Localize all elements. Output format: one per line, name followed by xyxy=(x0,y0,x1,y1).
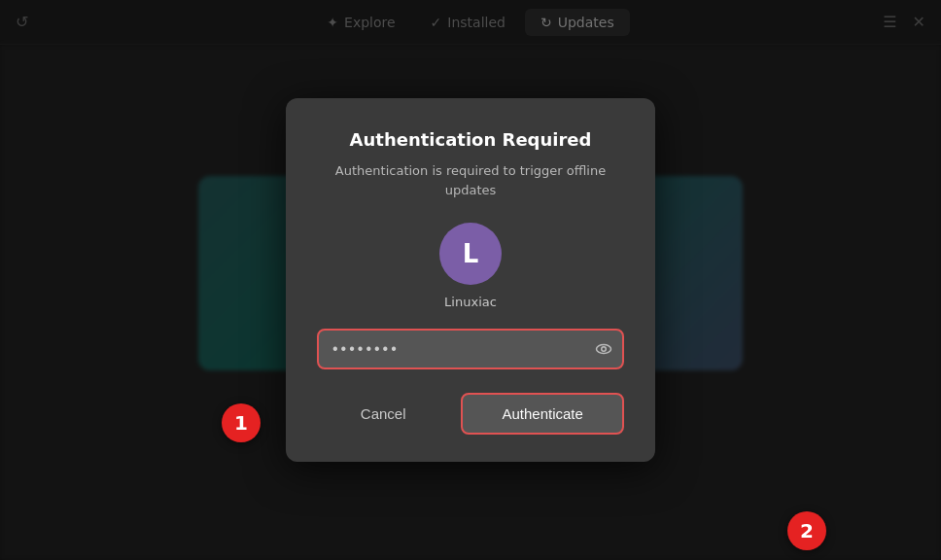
username-label: Linuxiac xyxy=(444,295,497,309)
cancel-button[interactable]: Cancel xyxy=(317,393,449,435)
password-field-wrap xyxy=(317,329,624,369)
authenticate-button[interactable]: Authenticate xyxy=(461,393,624,435)
password-input[interactable] xyxy=(317,329,624,369)
dialog-title: Authentication Required xyxy=(350,129,592,150)
svg-point-1 xyxy=(602,347,607,352)
dialog-subtitle: Authentication is required to trigger of… xyxy=(317,161,624,199)
modal-overlay: Authentication Required Authentication i… xyxy=(0,0,941,560)
show-password-icon[interactable] xyxy=(595,340,612,358)
auth-dialog: Authentication Required Authentication i… xyxy=(286,98,655,462)
avatar: L xyxy=(439,223,502,285)
svg-point-0 xyxy=(597,345,611,354)
dialog-buttons: Cancel Authenticate xyxy=(317,393,624,435)
